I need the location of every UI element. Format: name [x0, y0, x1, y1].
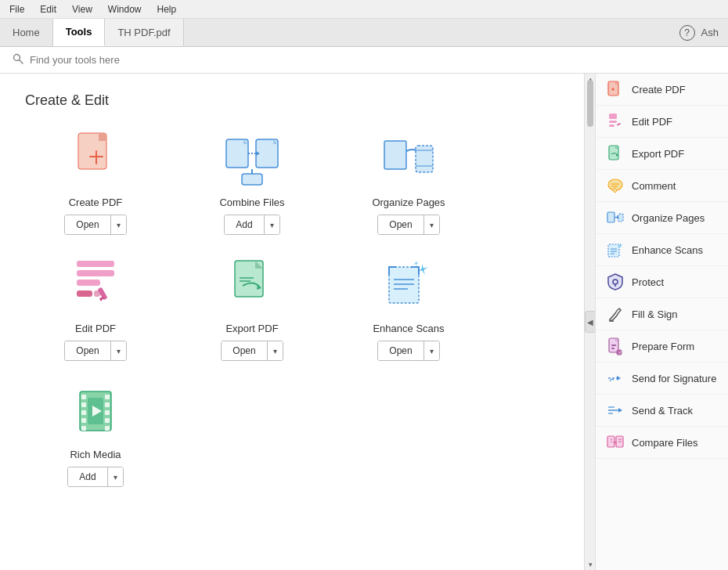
- sidebar-send-track-icon: [607, 402, 624, 419]
- scrollbar-track: ▴ ▾ ◀: [584, 74, 595, 570]
- tool-card-enhance-scans: Enhance Scans Open ▾: [338, 254, 479, 361]
- tool-card-edit-pdf: Edit PDF Open ▾: [25, 254, 166, 361]
- tool-card-create-pdf: Create PDF Open ▾: [25, 128, 166, 235]
- edit-pdf-dropdown-button[interactable]: ▾: [111, 341, 126, 360]
- sidebar-label-create-pdf: Create PDF: [632, 84, 686, 96]
- sidebar-item-send-track[interactable]: Send & Track: [596, 395, 728, 427]
- svg-rect-80: [611, 348, 614, 349]
- menu-window[interactable]: Window: [105, 2, 145, 16]
- sidebar-item-send-for-signature[interactable]: Send for Signature: [596, 363, 728, 395]
- help-icon[interactable]: ?: [679, 25, 695, 41]
- menu-help[interactable]: Help: [154, 2, 180, 16]
- tool-label-organize-pages: Organize Pages: [372, 197, 445, 208]
- sidebar-label-edit-pdf: Edit PDF: [632, 116, 672, 128]
- tool-btn-group-enhance-scans: Open ▾: [377, 341, 439, 361]
- tool-btn-group-export-pdf: Open ▾: [221, 341, 283, 361]
- sidebar-edit-pdf-icon: [607, 113, 624, 130]
- menu-file[interactable]: File: [6, 2, 27, 16]
- export-pdf-dropdown-button[interactable]: ▾: [268, 341, 283, 360]
- sidebar-item-create-pdf[interactable]: Create PDF: [596, 74, 728, 106]
- create-pdf-dropdown-button[interactable]: ▾: [111, 215, 126, 234]
- sidebar-item-fill-sign[interactable]: Fill & Sign: [596, 298, 728, 330]
- menu-view[interactable]: View: [69, 2, 96, 16]
- tool-label-combine-files: Combine Files: [219, 197, 284, 208]
- tool-btn-group-combine-files: Add ▾: [224, 215, 279, 235]
- sidebar-item-protect[interactable]: Protect: [596, 266, 728, 298]
- user-avatar[interactable]: Ash: [701, 27, 719, 38]
- sidebar-item-organize-pages[interactable]: Organize Pages: [596, 202, 728, 234]
- svg-rect-17: [384, 141, 406, 169]
- tool-btn-group-organize-pages: Open ▾: [377, 215, 439, 235]
- tool-label-rich-media: Rich Media: [70, 449, 121, 460]
- tool-card-export-pdf: Export PDF Open ▾: [182, 254, 323, 361]
- sidebar-item-export-pdf[interactable]: Export PDF: [596, 138, 728, 170]
- scrollbar-thumb[interactable]: [587, 80, 593, 127]
- svg-rect-47: [105, 418, 110, 423]
- svg-rect-43: [81, 426, 86, 431]
- sidebar-label-compare-files: Compare Files: [632, 437, 698, 449]
- tool-card-organize-pages: Organize Pages Open ▾: [338, 128, 479, 235]
- sidebar-label-send-track: Send & Track: [632, 405, 693, 417]
- sidebar-item-edit-pdf[interactable]: Edit PDF: [596, 106, 728, 138]
- menu-edit[interactable]: Edit: [37, 2, 59, 16]
- tab-document[interactable]: TH PDF.pdf: [105, 19, 183, 46]
- enhance-scans-dropdown-button[interactable]: ▾: [424, 341, 439, 360]
- combine-files-icon: [221, 128, 283, 190]
- tool-label-export-pdf: Export PDF: [225, 323, 278, 334]
- svg-rect-39: [81, 395, 86, 399]
- svg-rect-66: [607, 212, 614, 222]
- svg-rect-55: [609, 114, 617, 119]
- sidebar-item-compare-files[interactable]: Compare Files: [596, 427, 728, 459]
- svg-marker-86: [618, 408, 622, 413]
- edit-pdf-icon: [64, 254, 127, 316]
- section-title: Create & Edit: [25, 92, 559, 109]
- organize-pages-open-button[interactable]: Open: [378, 215, 423, 234]
- sidebar-label-send-for-signature: Send for Signature: [632, 373, 716, 384]
- organize-pages-icon: [377, 128, 440, 190]
- sidebar: Create PDF Edit PDF: [595, 74, 728, 570]
- sidebar-item-enhance-scans[interactable]: Enhance Scans: [596, 234, 728, 266]
- export-pdf-open-button[interactable]: Open: [222, 341, 267, 360]
- rich-media-dropdown-button[interactable]: ▾: [108, 467, 123, 486]
- create-pdf-open-button[interactable]: Open: [65, 215, 110, 234]
- svg-rect-44: [105, 395, 110, 399]
- tab-bar: Home Tools TH PDF.pdf ? Ash: [0, 19, 728, 47]
- edit-pdf-open-button[interactable]: Open: [65, 341, 110, 360]
- tool-card-combine-files: Combine Files Add ▾: [182, 128, 323, 235]
- tab-tools[interactable]: Tools: [53, 19, 106, 46]
- combine-files-dropdown-button[interactable]: ▾: [265, 215, 279, 234]
- scroll-down-arrow[interactable]: ▾: [585, 559, 595, 570]
- svg-rect-46: [105, 410, 110, 415]
- sidebar-protect-icon: [607, 273, 624, 290]
- svg-rect-23: [77, 270, 114, 276]
- menu-bar: File Edit View Window Help: [0, 0, 728, 19]
- combine-files-add-button[interactable]: Add: [225, 215, 264, 234]
- svg-rect-57: [609, 124, 614, 127]
- tool-btn-group-create-pdf: Open ▾: [64, 215, 126, 235]
- svg-rect-41: [81, 410, 86, 415]
- rich-media-icon: [64, 380, 127, 442]
- rich-media-add-button[interactable]: Add: [68, 467, 107, 486]
- sidebar-item-prepare-form[interactable]: ✓ Prepare Form: [596, 330, 728, 363]
- tool-btn-group-rich-media: Add ▾: [67, 467, 123, 487]
- sidebar-compare-files-icon: [607, 434, 624, 451]
- enhance-scans-open-button[interactable]: Open: [378, 341, 423, 360]
- search-input[interactable]: [30, 54, 715, 66]
- svg-line-1: [20, 60, 23, 64]
- svg-rect-22: [77, 261, 114, 267]
- tools-grid: Create PDF Open ▾: [25, 128, 559, 487]
- collapse-sidebar-arrow[interactable]: ◀: [585, 311, 595, 333]
- content-area: Create & Edit: [0, 74, 584, 570]
- search-icon: [13, 53, 23, 67]
- tab-home[interactable]: Home: [0, 19, 53, 46]
- sidebar-label-enhance-scans: Enhance Scans: [632, 244, 703, 256]
- svg-rect-45: [105, 402, 110, 407]
- sidebar-item-comment[interactable]: Comment: [596, 170, 728, 202]
- export-pdf-icon: [221, 254, 283, 316]
- sidebar-label-protect: Protect: [632, 276, 664, 288]
- organize-pages-dropdown-button[interactable]: ▾: [424, 215, 439, 234]
- svg-rect-70: [608, 244, 619, 257]
- main-area: Create & Edit: [0, 74, 728, 570]
- svg-text:✓: ✓: [618, 350, 622, 355]
- svg-rect-69: [618, 214, 623, 222]
